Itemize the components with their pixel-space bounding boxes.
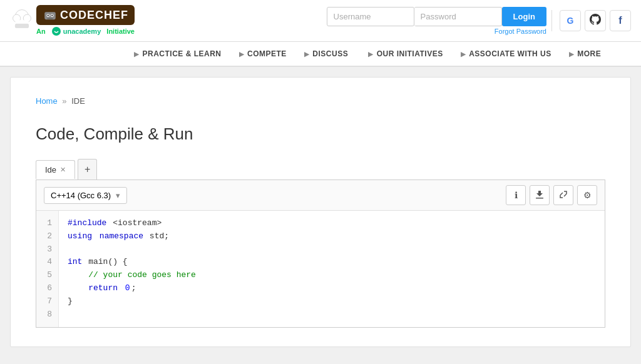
ide-tabs: Ide ✕ + [36, 159, 605, 180]
password-input[interactable] [414, 7, 502, 26]
svg-rect-10 [47, 18, 53, 19]
nav-compete-label: COMPETE [247, 49, 287, 58]
google-icon: G [567, 16, 574, 26]
google-login-button[interactable]: G [560, 10, 581, 31]
facebook-icon: f [618, 15, 622, 26]
download-icon [535, 190, 544, 201]
nav-more-label: MORE [577, 49, 601, 58]
ide-add-tab-button[interactable]: + [78, 159, 97, 179]
language-selector[interactable]: C++14 (Gcc 6.3) ▾ [44, 187, 127, 204]
nav-arrow-icon: ▶ [134, 51, 140, 58]
unacademy-logo-icon [51, 26, 61, 36]
info-icon: ℹ [515, 190, 518, 200]
nav-practice-learn[interactable]: ▶ PRACTICE & LEARN [125, 42, 230, 66]
facebook-login-button[interactable]: f [610, 10, 631, 31]
ide-tab-close-button[interactable]: ✕ [60, 166, 66, 174]
breadcrumb-home[interactable]: Home [36, 96, 58, 106]
nav-arrow-icon: ▶ [304, 51, 310, 58]
codechef-robot-icon [43, 8, 58, 23]
codechef-logo-text: CODECHEF [36, 5, 135, 25]
page-title: Code, Compile & Run [36, 124, 605, 144]
auth-inputs: Login [327, 7, 546, 26]
nav-discuss[interactable]: ▶ DISCUSS [295, 42, 357, 66]
info-button[interactable]: ℹ [506, 185, 526, 205]
ide-container: C++14 (Gcc 6.3) ▾ ℹ ⚙ [36, 180, 605, 328]
auth-section: Login Forgot Password G f [327, 7, 631, 35]
code-line-3 [68, 243, 596, 256]
nav-discuss-label: DISCUSS [312, 49, 348, 58]
svg-rect-4 [15, 24, 28, 28]
chef-hat-icon [10, 9, 34, 33]
site-header: CODECHEF An unacademy Initiative Log [0, 0, 641, 42]
ide-action-buttons: ℹ ⚙ [506, 185, 597, 205]
code-line-2: using namespace std; [68, 230, 596, 243]
download-button[interactable] [530, 185, 550, 205]
brand-name: CODECHEF [60, 9, 128, 22]
language-label: C++14 (Gcc 6.3) [51, 191, 111, 200]
nav-arrow-icon: ▶ [461, 51, 466, 58]
login-button[interactable]: Login [502, 7, 546, 26]
nav-associate-label: ASSOCIATE WITH US [469, 49, 551, 58]
code-line-4: int main() { [68, 256, 596, 269]
logo[interactable]: CODECHEF An unacademy Initiative [10, 5, 135, 36]
code-line-8 [68, 308, 596, 321]
ide-tab-label: Ide [45, 165, 56, 174]
settings-icon: ⚙ [583, 190, 592, 200]
github-login-button[interactable] [585, 10, 606, 31]
nav-arrow-icon: ▶ [368, 51, 374, 58]
auth-form: Login Forgot Password [327, 7, 546, 35]
svg-rect-12 [536, 198, 543, 199]
expand-button[interactable] [553, 185, 573, 205]
social-login-section: G f [551, 10, 631, 31]
code-content[interactable]: #include <iostream> using namespace std;… [59, 211, 605, 327]
code-line-7: } [68, 295, 596, 308]
nav-our-initiatives[interactable]: ▶ OUR INITIATIVES [359, 42, 451, 66]
nav-more[interactable]: ▶ MORE [560, 42, 610, 66]
github-icon [590, 14, 601, 28]
code-line-1: #include <iostream> [68, 217, 596, 230]
ide-toolbar: C++14 (Gcc 6.3) ▾ ℹ ⚙ [36, 180, 605, 211]
nav-arrow-icon: ▶ [239, 51, 245, 58]
dropdown-arrow-icon: ▾ [116, 191, 120, 200]
code-line-5: // your code goes here [68, 269, 596, 282]
breadcrumb-separator: » [62, 96, 66, 106]
nav-arrow-icon: ▶ [569, 51, 575, 58]
breadcrumb: Home » IDE [36, 96, 605, 106]
code-line-6: return 0; [68, 282, 596, 295]
svg-point-9 [51, 15, 53, 16]
nav-our-initiatives-label: OUR INITIATIVES [377, 49, 443, 58]
code-editor[interactable]: 1 2 3 4 5 6 7 8 #include <iostream> usin… [36, 211, 605, 327]
main-content: Home » IDE Code, Compile & Run Ide ✕ + C… [10, 77, 631, 347]
logo-area: CODECHEF An unacademy Initiative [10, 5, 135, 36]
nav-associate[interactable]: ▶ ASSOCIATE WITH US [452, 42, 560, 66]
main-nav: ▶ PRACTICE & LEARN ▶ COMPETE ▶ DISCUSS ▶… [0, 42, 641, 67]
username-input[interactable] [327, 7, 414, 26]
tagline: An unacademy Initiative [36, 26, 135, 36]
svg-point-11 [52, 27, 61, 36]
nav-compete[interactable]: ▶ COMPETE [230, 42, 295, 66]
breadcrumb-current: IDE [71, 96, 85, 106]
expand-icon [559, 190, 568, 201]
svg-point-8 [48, 15, 49, 16]
settings-button[interactable]: ⚙ [577, 185, 597, 205]
line-numbers: 1 2 3 4 5 6 7 8 [36, 211, 59, 327]
forgot-password-link[interactable]: Forgot Password [327, 28, 546, 35]
ide-tab-ide[interactable]: Ide ✕ [36, 160, 75, 179]
nav-practice-learn-label: PRACTICE & LEARN [143, 49, 222, 58]
